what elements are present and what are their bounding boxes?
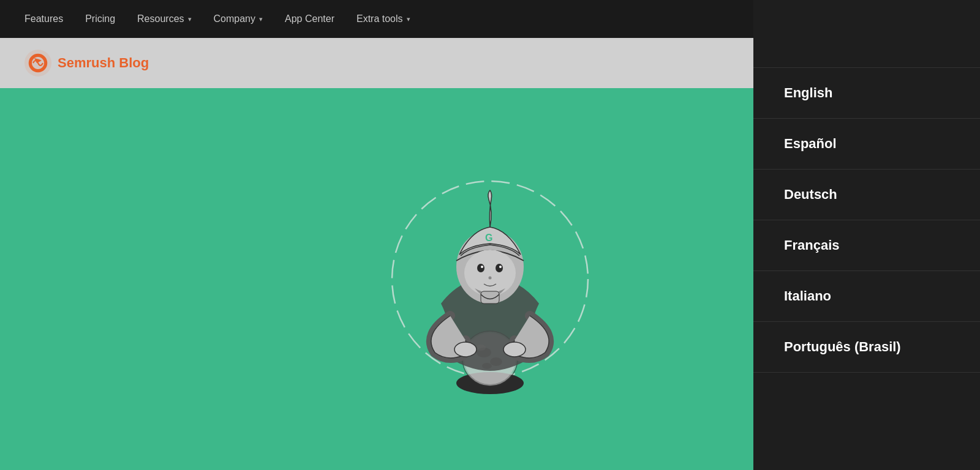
lang-option-espanol[interactable]: Español (753, 119, 980, 170)
nav-item-resources[interactable]: Resources ▾ (137, 13, 191, 24)
lang-option-italiano[interactable]: Italiano (753, 271, 980, 322)
svg-point-19 (499, 266, 502, 268)
svg-point-17 (496, 264, 503, 272)
nav-item-company[interactable]: Company ▾ (214, 13, 263, 24)
lang-option-english[interactable]: English (753, 67, 980, 119)
nav-item-features[interactable]: Features (24, 13, 63, 24)
svg-rect-21 (481, 291, 499, 304)
chevron-down-icon: ▾ (407, 15, 410, 23)
logo-container[interactable]: Semrush Blog (24, 50, 149, 76)
lang-option-francais[interactable]: Français (753, 220, 980, 271)
semrush-logo-icon (24, 50, 51, 76)
svg-point-20 (489, 277, 492, 280)
svg-text:G: G (485, 233, 492, 243)
nav-item-extra-tools[interactable]: Extra tools ▾ (356, 13, 410, 24)
logo-text: Semrush Blog (58, 55, 149, 71)
nav-item-pricing[interactable]: Pricing (85, 13, 115, 24)
chevron-down-icon: ▾ (259, 15, 263, 23)
svg-point-15 (464, 250, 516, 296)
hero-illustration: G (361, 132, 619, 426)
nav-item-app-center[interactable]: App Center (285, 13, 334, 24)
lang-option-portugues[interactable]: Português (Brasil) (753, 322, 980, 373)
svg-point-12 (503, 342, 526, 357)
svg-point-11 (454, 342, 477, 357)
language-dropdown: English Español Deutsch Français Italian… (753, 0, 980, 470)
svg-point-16 (477, 264, 484, 272)
svg-point-18 (481, 266, 483, 268)
chevron-down-icon: ▾ (188, 15, 192, 23)
lang-option-deutsch[interactable]: Deutsch (753, 170, 980, 220)
